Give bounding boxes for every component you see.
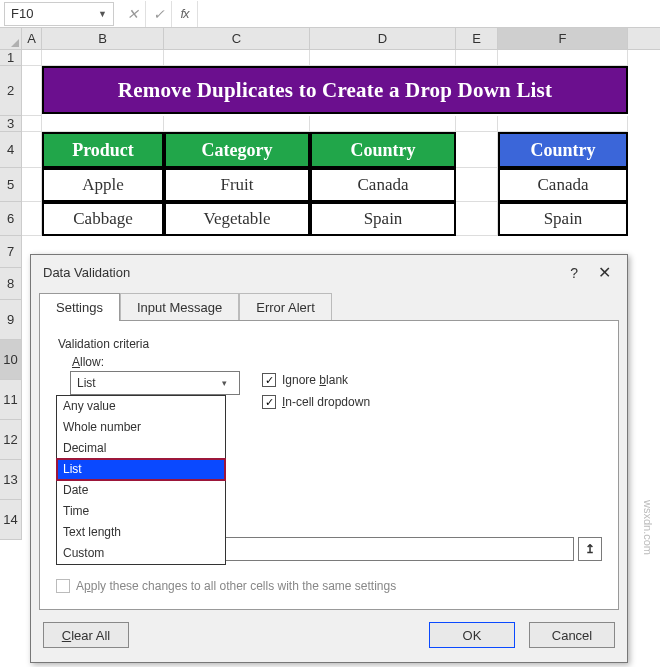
header-country: Country — [310, 132, 456, 168]
formula-input[interactable] — [198, 2, 660, 26]
cell[interactable] — [42, 116, 164, 132]
help-icon[interactable]: ? — [570, 265, 578, 281]
ignore-blank-label: Ignore blank — [282, 373, 348, 387]
cell[interactable] — [22, 132, 42, 168]
table-cell[interactable]: Vegetable — [164, 202, 310, 236]
cancel-button[interactable]: Cancel — [529, 622, 615, 648]
column-headers: A B C D E F — [0, 28, 660, 50]
table-cell[interactable]: Spain — [498, 202, 628, 236]
row-header-12[interactable]: 12 — [0, 420, 22, 460]
cell[interactable] — [456, 168, 498, 202]
dialog-title: Data Validation — [43, 265, 130, 280]
row-header-9[interactable]: 9 — [0, 300, 22, 340]
allow-dropdown-list[interactable]: Any value Whole number Decimal List Date… — [56, 395, 226, 565]
table-cell[interactable]: Canada — [310, 168, 456, 202]
option-whole-number[interactable]: Whole number — [57, 417, 225, 438]
name-box[interactable]: F10 ▼ — [4, 2, 114, 26]
tab-body-settings: Validation criteria Allow: List ▾ ✓ Igno… — [39, 320, 619, 610]
col-header-e[interactable]: E — [456, 28, 498, 49]
header-product: Product — [42, 132, 164, 168]
row-header-2[interactable]: 2 — [0, 66, 22, 116]
col-header-c[interactable]: C — [164, 28, 310, 49]
header-country-2: Country — [498, 132, 628, 168]
chevron-down-icon[interactable]: ▾ — [215, 374, 233, 392]
incell-dropdown-label: In-cell dropdown — [282, 395, 370, 409]
row-header-11[interactable]: 11 — [0, 380, 22, 420]
row-header-5[interactable]: 5 — [0, 168, 22, 202]
row-header-4[interactable]: 4 — [0, 132, 22, 168]
enter-formula-icon: ✓ — [146, 1, 172, 27]
data-validation-dialog: Data Validation ? ✕ Settings Input Messa… — [30, 254, 628, 663]
row-header-8[interactable]: 8 — [0, 268, 22, 300]
cancel-formula-icon: ✕ — [120, 1, 146, 27]
row-header-10[interactable]: 10 — [0, 340, 22, 380]
tab-error-alert[interactable]: Error Alert — [239, 293, 332, 321]
col-header-b[interactable]: B — [42, 28, 164, 49]
option-decimal[interactable]: Decimal — [57, 438, 225, 459]
table-cell[interactable]: Spain — [310, 202, 456, 236]
option-custom[interactable]: Custom — [57, 543, 225, 564]
tab-input-message[interactable]: Input Message — [120, 293, 239, 321]
allow-value: List — [77, 376, 96, 390]
cell[interactable] — [456, 116, 498, 132]
name-box-value: F10 — [11, 6, 33, 21]
incell-dropdown-checkbox[interactable]: ✓ — [262, 395, 276, 409]
ok-button[interactable]: OK — [429, 622, 515, 648]
col-header-a[interactable]: A — [22, 28, 42, 49]
cell[interactable] — [498, 116, 628, 132]
option-text-length[interactable]: Text length — [57, 522, 225, 543]
close-icon[interactable]: ✕ — [594, 263, 615, 282]
cell[interactable] — [22, 168, 42, 202]
validation-criteria-label: Validation criteria — [58, 337, 602, 351]
row-header-14[interactable]: 14 — [0, 500, 22, 540]
row-header-7[interactable]: 7 — [0, 236, 22, 268]
formula-bar: F10 ▼ ✕ ✓ fx — [0, 0, 660, 28]
option-time[interactable]: Time — [57, 501, 225, 522]
cell[interactable] — [22, 116, 42, 132]
dialog-tabs: Settings Input Message Error Alert — [39, 292, 619, 320]
row-header-1[interactable]: 1 — [0, 50, 22, 66]
option-date[interactable]: Date — [57, 480, 225, 501]
cell[interactable] — [42, 50, 164, 66]
option-any-value[interactable]: Any value — [57, 396, 225, 417]
cell[interactable] — [456, 202, 498, 236]
cell[interactable] — [164, 50, 310, 66]
row-header-6[interactable]: 6 — [0, 202, 22, 236]
row-header-3[interactable]: 3 — [0, 116, 22, 132]
fx-icon[interactable]: fx — [172, 1, 198, 27]
table-cell[interactable]: Fruit — [164, 168, 310, 202]
cell[interactable] — [498, 50, 628, 66]
select-all-corner[interactable] — [0, 28, 22, 49]
allow-label: Allow: — [72, 355, 602, 369]
apply-changes-checkbox — [56, 579, 70, 593]
ignore-blank-checkbox[interactable]: ✓ — [262, 373, 276, 387]
chevron-down-icon[interactable]: ▼ — [98, 9, 107, 19]
cell[interactable] — [310, 116, 456, 132]
cell[interactable] — [22, 50, 42, 66]
clear-all-button[interactable]: Clear All — [43, 622, 129, 648]
cell[interactable] — [456, 132, 498, 168]
option-list[interactable]: List — [57, 459, 225, 480]
table-cell[interactable]: Cabbage — [42, 202, 164, 236]
header-category: Category — [164, 132, 310, 168]
dialog-button-row: Clear All OK Cancel — [31, 610, 627, 662]
cell[interactable] — [456, 50, 498, 66]
cell[interactable] — [164, 116, 310, 132]
cell[interactable] — [22, 202, 42, 236]
page-title: Remove Duplicates to Create a Drop Down … — [42, 66, 628, 114]
tab-settings[interactable]: Settings — [39, 293, 120, 321]
table-cell[interactable]: Canada — [498, 168, 628, 202]
range-picker-icon[interactable]: ↥ — [578, 537, 602, 561]
allow-combobox[interactable]: List ▾ — [70, 371, 240, 395]
col-header-f[interactable]: F — [498, 28, 628, 49]
col-header-d[interactable]: D — [310, 28, 456, 49]
watermark: wsxdn.com — [642, 500, 654, 555]
cell[interactable] — [22, 66, 42, 116]
table-cell[interactable]: Apple — [42, 168, 164, 202]
cell[interactable] — [310, 50, 456, 66]
row-header-13[interactable]: 13 — [0, 460, 22, 500]
dialog-titlebar[interactable]: Data Validation ? ✕ — [31, 255, 627, 286]
apply-changes-label: Apply these changes to all other cells w… — [76, 579, 396, 593]
